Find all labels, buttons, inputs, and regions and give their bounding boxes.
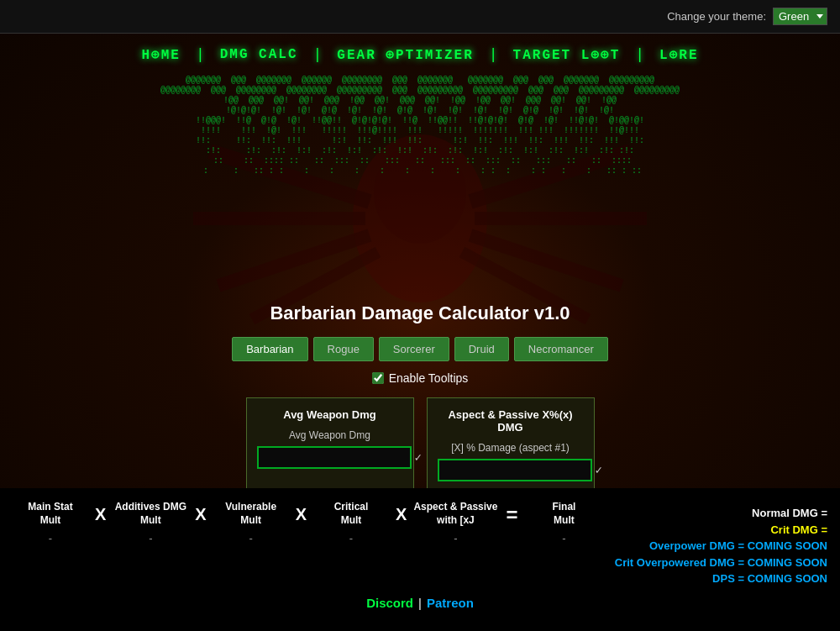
- sep-x-2: X: [188, 501, 213, 524]
- top-bar: Change your theme: Green Dark Blue: [0, 0, 840, 34]
- stat-additives-title: Additives DMGMult: [115, 501, 186, 527]
- stats-row: Main StatMult - X Additives DMGMult - X …: [13, 501, 615, 544]
- theme-label: Change your theme:: [667, 10, 766, 23]
- crit-dmg: Crit DMG =: [770, 522, 827, 539]
- stat-critical-title: CriticalMult: [334, 501, 369, 527]
- ascii-art-area: @@@@@@@ @@@ @@@@@@@ @@@@@@ @@@@@@@@ @@@ …: [0, 76, 840, 302]
- main-content: Barbarian Damage Calculator v1.0 Barbari…: [168, 302, 672, 516]
- nav-dmg-calc[interactable]: DMG CALC: [205, 47, 313, 62]
- stat-critical-value: -: [349, 532, 353, 544]
- aspect-input-row-1: ✓: [438, 459, 584, 481]
- nav-sep-3: |: [489, 46, 498, 63]
- nav-sep-1: |: [196, 46, 205, 63]
- aspect-input-1[interactable]: [438, 459, 592, 481]
- sep-x-3: X: [289, 501, 313, 524]
- weapon-check-icon[interactable]: ✓: [415, 450, 422, 465]
- stat-vulnerable-value: -: [249, 532, 253, 544]
- class-btn-sorcerer[interactable]: Sorcerer: [379, 337, 449, 361]
- class-buttons: Barbarian Rogue Sorcerer Druid Necromanc…: [168, 337, 672, 361]
- stat-final-value: -: [562, 532, 565, 544]
- normal-dmg: Normal DMG =: [752, 505, 827, 522]
- aspect-panel-title: Aspect & Passive X%(x) DMG: [438, 408, 584, 434]
- tooltip-checkbox[interactable]: [372, 372, 384, 384]
- stat-additives-value: -: [149, 532, 152, 544]
- class-btn-barbarian[interactable]: Barbarian: [232, 337, 307, 361]
- stat-aspect-value: -: [454, 532, 457, 544]
- dmg-info: Normal DMG = Crit DMG = Overpower DMG = …: [615, 501, 827, 587]
- equals-sign: =: [497, 501, 526, 527]
- nav-lore[interactable]: L⊕RE: [644, 46, 713, 63]
- class-btn-druid[interactable]: Druid: [454, 337, 509, 361]
- aspect-check-icon-1[interactable]: ✓: [596, 463, 602, 477]
- stat-main: Main StatMult -: [13, 501, 88, 544]
- stat-aspect: Aspect & Passivewith [xJ -: [413, 501, 497, 544]
- tooltip-row: Enable Tooltips: [168, 371, 672, 385]
- tooltip-label[interactable]: Enable Tooltips: [389, 371, 469, 385]
- nav-bar: H⊕ME | DMG CALC | GEAR ⊕PTIMIZER | TARGE…: [0, 46, 840, 63]
- stat-main-value: -: [49, 532, 52, 544]
- patreon-link[interactable]: Patreon: [427, 596, 474, 610]
- sep-x-4: X: [389, 501, 413, 524]
- weapon-panel-title: Avg Weapon Dmg: [257, 408, 403, 421]
- overpower-dmg: Overpower DMG = COMING SOON: [649, 538, 827, 555]
- calculator-title: Barbarian Damage Calculator v1.0: [168, 302, 672, 324]
- nav-home[interactable]: H⊕ME: [126, 46, 195, 63]
- weapon-input[interactable]: [257, 446, 412, 469]
- nav-gear-optimizer[interactable]: GEAR ⊕PTIMIZER: [322, 46, 488, 63]
- class-btn-rogue[interactable]: Rogue: [313, 337, 374, 361]
- theme-select[interactable]: Green Dark Blue: [773, 8, 827, 25]
- stat-vulnerable-title: VulnerableMult: [225, 501, 276, 527]
- sep-x-1: X: [88, 501, 113, 524]
- nav-sep-4: |: [635, 46, 644, 63]
- ascii-art: @@@@@@@ @@@ @@@@@@@ @@@@@@ @@@@@@@@ @@@ …: [0, 76, 840, 176]
- dps: DPS = COMING SOON: [712, 571, 827, 587]
- nav-sep-2: |: [313, 46, 323, 63]
- class-btn-necromancer[interactable]: Necromancer: [514, 337, 608, 361]
- stat-critical: CriticalMult -: [313, 501, 389, 544]
- stat-final-title: FinalMult: [552, 501, 575, 527]
- footer-separator: |: [418, 596, 422, 610]
- stat-final: FinalMult -: [526, 501, 601, 544]
- weapon-panel-subtitle: Avg Weapon Dmg: [257, 429, 403, 441]
- stat-additives: Additives DMGMult -: [113, 501, 188, 544]
- stat-aspect-title: Aspect & Passivewith [xJ: [413, 501, 497, 527]
- weapon-input-row: ✓: [257, 446, 403, 469]
- stat-main-title: Main StatMult: [28, 501, 72, 527]
- discord-link[interactable]: Discord: [366, 596, 413, 610]
- footer-links: Discord | Patreon: [366, 596, 474, 610]
- nav-target-loot[interactable]: TARGET L⊕⊕T: [498, 46, 636, 63]
- crit-overpower-dmg: Crit Overpowered DMG = COMING SOON: [615, 555, 827, 571]
- stat-vulnerable: VulnerableMult -: [213, 501, 289, 544]
- aspect-subtitle-1: [X] % Damage (aspect #1): [438, 442, 584, 454]
